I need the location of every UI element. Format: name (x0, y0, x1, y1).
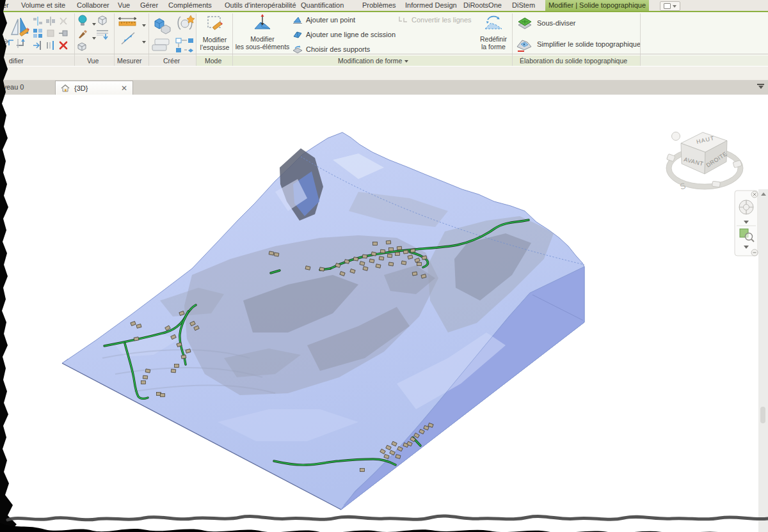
trim-icon[interactable] (33, 41, 42, 50)
tab-modifier-solide-topographique[interactable]: Modifier | Solide topographique (545, 0, 649, 11)
modifier-esquisse-button[interactable]: Modifier l'esquisse (197, 13, 232, 55)
home-icon (61, 84, 70, 92)
chevron-down-icon[interactable] (140, 19, 146, 31)
view-cube[interactable]: S HAUT AVANT DROITE (666, 132, 743, 192)
create-similar-icon[interactable] (151, 15, 172, 35)
building[interactable] (386, 240, 390, 244)
split-icon[interactable] (46, 41, 55, 50)
ajouter-un-point-item[interactable]: Ajouter un point (292, 15, 355, 24)
chevron-down-icon[interactable] (90, 18, 96, 29)
tab-quantification[interactable]: Quantification (301, 1, 344, 9)
building[interactable] (141, 381, 146, 384)
tab-informed-design[interactable]: Informed Design (405, 1, 457, 9)
scrollbar-thumb[interactable] (760, 407, 765, 423)
convert-lines-icon (398, 15, 408, 24)
view-tab-3d[interactable]: {3D} ✕ (55, 81, 133, 95)
building[interactable] (269, 251, 274, 255)
building[interactable] (145, 369, 150, 373)
viewcube-home-icon[interactable] (672, 132, 680, 141)
building[interactable] (305, 266, 310, 270)
building[interactable] (397, 246, 401, 250)
options-bar (0, 66, 768, 81)
align-dimension-icon[interactable] (120, 30, 136, 47)
sous-diviser-button[interactable]: Sous-diviser (517, 16, 576, 30)
building[interactable] (401, 261, 406, 265)
modifier-sous-elements-button[interactable]: Modifier les sous-éléments (234, 13, 291, 55)
building[interactable] (161, 394, 165, 397)
building[interactable] (360, 469, 365, 472)
building[interactable] (412, 272, 417, 276)
tab-cut[interactable]: er (3, 1, 9, 9)
building[interactable] (379, 256, 384, 260)
building[interactable] (319, 267, 324, 271)
building[interactable] (373, 242, 378, 246)
tab-complements[interactable]: Compléments (168, 1, 212, 9)
tab-volume-et-site[interactable]: Volume et site (21, 1, 65, 9)
convertir-lignes-item[interactable]: Convertir les lignes (398, 15, 472, 24)
building[interactable] (396, 253, 400, 256)
view-tab-niveau0[interactable]: iveau 0 (1, 83, 24, 91)
paintbrush-icon[interactable] (77, 29, 88, 39)
delete-icon[interactable] (59, 41, 68, 50)
insert-boxes-icon[interactable] (151, 37, 172, 54)
vertical-scrollbar[interactable] (758, 189, 768, 532)
create-group-icon[interactable] (175, 14, 195, 35)
tab-dirootsone[interactable]: DiRootsOne (463, 1, 502, 9)
toposolid[interactable] (62, 132, 584, 510)
match-properties-icon[interactable] (33, 29, 42, 38)
building[interactable] (388, 262, 394, 266)
choisir-supports-item[interactable]: Choisir des supports (292, 45, 370, 54)
building[interactable] (274, 253, 279, 256)
building[interactable] (362, 254, 367, 258)
tab-vue[interactable]: Vue (118, 1, 130, 9)
ribbon-display-toggle[interactable] (660, 1, 680, 11)
offset-icon[interactable] (46, 17, 55, 26)
edit-sketch-icon (206, 14, 224, 33)
underlay-icon[interactable] (96, 29, 109, 40)
building[interactable] (389, 248, 394, 251)
align-icon[interactable] (33, 17, 42, 26)
building[interactable] (353, 257, 358, 261)
building[interactable] (422, 256, 427, 260)
simplifier-solide-button[interactable]: Simplifier le solide topographique (516, 36, 641, 52)
pin-icon[interactable] (59, 29, 68, 38)
building[interactable] (181, 355, 186, 359)
navigation-bar[interactable] (735, 191, 758, 256)
join-icon[interactable] (15, 36, 29, 49)
3d-view-icon[interactable] (96, 14, 109, 27)
building[interactable] (376, 264, 381, 268)
building[interactable] (134, 337, 139, 341)
building[interactable] (387, 254, 392, 258)
ajouter-ligne-scission-item[interactable]: Ajouter une ligne de scission (292, 30, 396, 39)
redefinir-forme-button[interactable]: Redéfinir la forme (475, 13, 512, 55)
visibility-bulb-icon[interactable] (77, 15, 88, 26)
tab-gerer[interactable]: Gérer (140, 1, 158, 9)
measure-ruler-icon[interactable] (118, 16, 137, 27)
chevron-down-icon[interactable] (140, 36, 146, 47)
drawing-area[interactable]: S HAUT AVANT DROITE (0, 95, 768, 532)
building[interactable] (403, 250, 408, 254)
ring-handle[interactable] (712, 181, 721, 187)
tab-list-expand-icon[interactable] (757, 84, 764, 89)
panel-label-modification-forme[interactable]: Modification de forme (338, 57, 408, 65)
scroll-up-icon[interactable] (761, 192, 766, 196)
building[interactable] (380, 249, 385, 253)
tab-collaborer[interactable]: Collaborer (77, 1, 109, 9)
section-box-icon[interactable] (76, 42, 88, 52)
ring-handle-west[interactable] (667, 154, 675, 162)
tab-problemes[interactable]: Problèmes (362, 1, 396, 9)
pick-supports-icon (292, 45, 303, 54)
building[interactable] (171, 369, 175, 373)
tab-interoperabilite[interactable]: Outils d'interopérabilité (225, 1, 296, 9)
tab-distem[interactable]: DiStem (512, 1, 535, 9)
building[interactable] (369, 259, 374, 263)
building[interactable] (371, 252, 376, 256)
building[interactable] (410, 249, 415, 253)
building[interactable] (175, 364, 179, 368)
cope-icon[interactable] (0, 36, 14, 47)
close-icon[interactable]: ✕ (121, 84, 127, 92)
building[interactable] (143, 375, 147, 379)
chevron-down-icon[interactable] (90, 32, 96, 43)
building[interactable] (417, 263, 422, 266)
assembly-icon[interactable] (175, 38, 195, 54)
